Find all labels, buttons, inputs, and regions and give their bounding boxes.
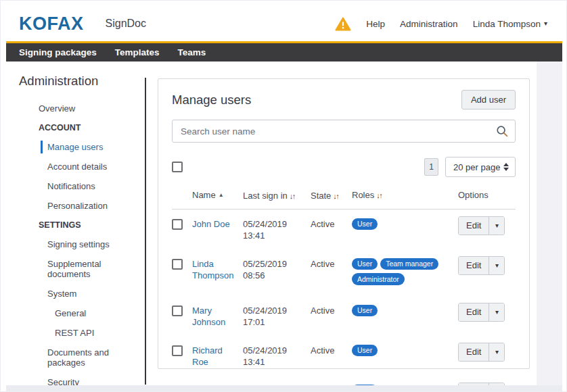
role-badge: User	[352, 345, 378, 357]
role-badge: Team manager	[380, 258, 438, 270]
last-sign-in-value: 05/24/2019 13:41	[243, 218, 311, 242]
table-row: Richard Roe 05/24/2019 13:41 Active User…	[172, 336, 516, 376]
sidebar-title: Administration	[19, 74, 145, 89]
warning-triangle-icon[interactable]	[335, 17, 351, 31]
nav-signing-packages[interactable]: Signing packages	[19, 47, 97, 57]
per-page-value: 20 per page	[453, 162, 500, 172]
select-updown-icon	[503, 163, 509, 171]
role-badge: User	[352, 305, 378, 317]
roles-cell: UserTeam managerAdministrator	[352, 258, 458, 289]
header-last-sign-in[interactable]: Last sign in↓↑	[243, 190, 311, 202]
content-area: Administration OverviewACCOUNTManage use…	[6, 62, 537, 385]
administration-link[interactable]: Administration	[400, 19, 458, 29]
search-input[interactable]	[172, 120, 516, 143]
caret-down-icon: ▾	[495, 349, 499, 356]
sidebar-divider	[145, 78, 146, 385]
sort-both-icon: ↓↑	[333, 192, 338, 200]
edit-dropdown-button[interactable]: ▾	[489, 303, 504, 321]
last-sign-in-value: 05/24/2019 17:01	[243, 305, 311, 328]
chevron-down-icon: ▾	[544, 20, 547, 27]
table-header-row: Name▲ Last sign in↓↑ State↓↑ Roles↓↑ Opt…	[172, 190, 516, 210]
caret-down-icon: ▾	[495, 262, 499, 269]
sidebar-item-account: ACCOUNT	[19, 118, 145, 137]
sidebar-item-personalization[interactable]: Personalization	[19, 196, 145, 216]
page-gutter-bottom	[6, 385, 562, 392]
user-menu-label: Linda Thompson	[473, 19, 541, 29]
search-icon[interactable]	[496, 125, 508, 140]
users-table: Name▲ Last sign in↓↑ State↓↑ Roles↓↑ Opt…	[172, 190, 516, 392]
help-link[interactable]: Help	[366, 19, 385, 29]
select-all-checkbox[interactable]	[172, 162, 183, 172]
sidebar-item-account-details[interactable]: Account details	[19, 157, 145, 176]
table-row: John Doe 05/24/2019 13:41 Active User Ed…	[172, 210, 516, 249]
page-title: Manage users	[172, 93, 251, 107]
nav-templates[interactable]: Templates	[115, 47, 160, 57]
add-user-button[interactable]: Add user	[461, 90, 516, 109]
table-body: John Doe 05/24/2019 13:41 Active User Ed…	[172, 210, 516, 392]
sidebar-item-settings: SETTINGS	[19, 216, 145, 235]
state-value: Active	[311, 218, 352, 230]
user-name-link[interactable]: Linda Thompson	[192, 258, 243, 282]
sort-asc-icon: ▲	[219, 192, 224, 198]
per-page-select[interactable]: 20 per page	[445, 157, 516, 177]
caret-down-icon: ▾	[495, 222, 499, 229]
role-badge: User	[352, 258, 378, 270]
header-name[interactable]: Name▲	[192, 190, 243, 202]
sidebar-item-notifications[interactable]: Notifications	[19, 176, 145, 196]
sidebar-item-rest-api[interactable]: REST API	[19, 323, 145, 343]
row-checkbox[interactable]	[172, 219, 183, 230]
sort-both-icon: ↓↑	[290, 192, 295, 200]
edit-button[interactable]: Edit	[459, 343, 489, 361]
kofax-logo: KOFAX	[19, 15, 84, 33]
row-checkbox[interactable]	[172, 345, 183, 356]
header-roles[interactable]: Roles↓↑	[352, 190, 458, 202]
app-header: KOFAX SignDoc Help Administration Linda …	[6, 6, 562, 41]
table-row: Linda Thompson 05/25/2019 08:56 Active U…	[172, 249, 516, 296]
edit-dropdown-button[interactable]: ▾	[489, 257, 504, 274]
roles-cell: User	[352, 305, 458, 320]
last-sign-in-value: 05/24/2019 13:41	[243, 345, 311, 368]
sidebar-item-general[interactable]: General	[19, 303, 145, 323]
table-row: Mary Johnson 05/24/2019 17:01 Active Use…	[172, 296, 516, 336]
roles-cell: User	[352, 218, 458, 234]
user-name-link[interactable]: Mary Johnson	[192, 305, 243, 328]
row-checkbox[interactable]	[172, 305, 183, 316]
page-number-button[interactable]: 1	[424, 158, 438, 176]
row-checkbox[interactable]	[172, 259, 183, 270]
state-value: Active	[311, 305, 352, 317]
main-nav: Signing packages Templates Teams	[6, 43, 562, 62]
role-badge: User	[352, 218, 378, 230]
manage-users-panel: Manage users Add user 1 20 per page	[158, 78, 530, 369]
sidebar-item-supplemental-documents[interactable]: Supplemental documents	[19, 254, 145, 284]
nav-teams[interactable]: Teams	[178, 47, 206, 57]
header-state[interactable]: State↓↑	[311, 190, 352, 202]
sidebar-item-manage-users[interactable]: Manage users	[19, 137, 145, 157]
sidebar-item-overview[interactable]: Overview	[19, 99, 145, 118]
user-menu[interactable]: Linda Thompson ▾	[473, 19, 547, 29]
sidebar-item-signing-settings[interactable]: Signing settings	[19, 235, 145, 254]
product-name: SignDoc	[106, 18, 146, 30]
edit-button[interactable]: Edit	[459, 217, 489, 235]
edit-button[interactable]: Edit	[459, 257, 489, 274]
state-value: Active	[311, 258, 352, 270]
edit-button[interactable]: Edit	[459, 303, 489, 321]
edit-dropdown-button[interactable]: ▾	[489, 217, 504, 235]
state-value: Active	[311, 345, 352, 357]
header-options: Options	[458, 190, 516, 202]
role-badge: Administrator	[352, 273, 405, 285]
roles-cell: User	[352, 345, 458, 360]
sidebar: Administration OverviewACCOUNTManage use…	[6, 62, 145, 385]
page-gutter-right	[537, 62, 562, 392]
caret-down-icon: ▾	[495, 309, 499, 316]
sidebar-items: OverviewACCOUNTManage usersAccount detai…	[19, 99, 145, 392]
sidebar-item-documents-and-packages[interactable]: Documents and packages	[19, 343, 145, 372]
edit-dropdown-button[interactable]: ▾	[489, 343, 504, 361]
app-window: KOFAX SignDoc Help Administration Linda …	[0, 0, 567, 392]
user-name-link[interactable]: John Doe	[192, 218, 234, 230]
sidebar-item-system[interactable]: System	[19, 284, 145, 303]
sort-both-icon: ↓↑	[376, 191, 382, 199]
last-sign-in-value: 05/25/2019 08:56	[243, 258, 311, 282]
user-name-link[interactable]: Richard Roe	[192, 345, 243, 368]
